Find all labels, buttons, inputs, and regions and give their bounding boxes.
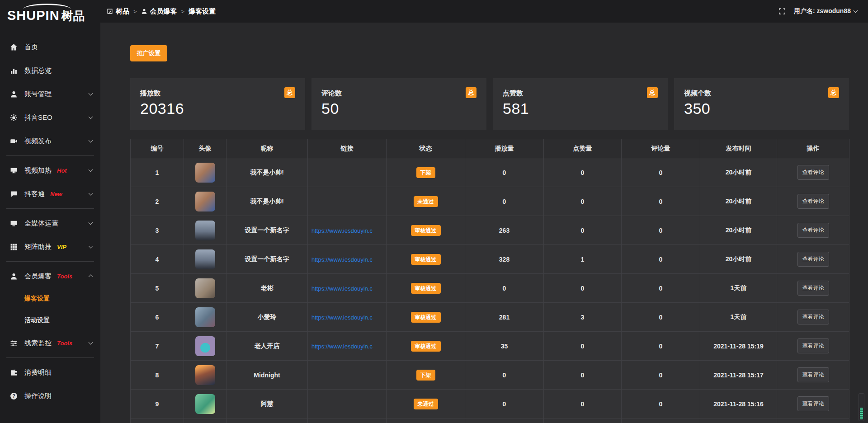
sidebar-item-video-4[interactable]: 视频发布: [0, 129, 100, 153]
video-link[interactable]: https://www.iesdouyin.c: [311, 285, 373, 292]
cell-nickname: 老彬: [226, 274, 308, 303]
status-badge: 未通过: [414, 196, 438, 207]
sidebar-item-question-12[interactable]: ? 操作说明: [0, 384, 100, 408]
sidebar-item-grid-8[interactable]: 矩阵助推 VIP: [0, 235, 100, 258]
cell-publish-time: [700, 418, 777, 423]
sidebar-item-label: 首页: [24, 43, 38, 52]
cell-id: 9: [131, 390, 184, 418]
sidebar-item-wallet-11[interactable]: 消费明细: [0, 361, 100, 384]
cell-id: 8: [131, 361, 184, 390]
cell-id: 3: [131, 216, 184, 245]
sidebar-item-chat-6[interactable]: 抖客通 New: [0, 182, 100, 206]
username-label: 用户名: zswodun88: [794, 7, 851, 15]
cell-comments: 0: [622, 361, 700, 390]
sliders-icon: [10, 339, 18, 347]
view-comments-button[interactable]: 查看评论: [797, 338, 829, 353]
sidebar-item-heat-5[interactable]: 视频加热 Hot: [0, 159, 100, 182]
status-badge: 审核通过: [411, 283, 441, 294]
sidebar-subitem-活动设置[interactable]: 活动设置: [0, 310, 100, 331]
avatar: [195, 394, 215, 414]
table-row: [131, 418, 849, 423]
view-comments-button[interactable]: 查看评论: [797, 396, 829, 411]
scroll-indicator-stripes: [860, 408, 863, 419]
view-comments-button[interactable]: 查看评论: [797, 194, 829, 209]
member-user-icon: [10, 273, 18, 280]
username-menu[interactable]: 用户名: zswodun88: [794, 7, 857, 15]
view-comments-button[interactable]: 查看评论: [797, 252, 829, 267]
chat-bubble-icon: [10, 190, 18, 198]
cell-id: 1: [131, 158, 184, 187]
cell-likes: 0: [544, 158, 622, 187]
breadcrumb-item-会员爆客[interactable]: 会员爆客: [141, 7, 177, 16]
chevron-down-icon: [89, 115, 93, 119]
sidebar-divider: [6, 261, 94, 262]
cell-publish-time: 20小时前: [700, 216, 777, 245]
video-link[interactable]: https://www.iesdouyin.c: [311, 343, 373, 350]
chevron-down-icon: [89, 340, 93, 345]
avatar: [195, 307, 215, 327]
view-comments-button[interactable]: 查看评论: [797, 223, 829, 238]
cell-nickname: 小爱玲: [226, 303, 308, 332]
cell-publish-time: 1天前: [700, 274, 777, 303]
sidebar-item-sliders-10[interactable]: 线索监控 Tools: [0, 331, 100, 355]
chevron-down-icon: [89, 168, 93, 172]
cell-comments: [622, 418, 700, 423]
sidebar-item-chart-1[interactable]: 数据总览: [0, 59, 100, 82]
stat-value: 350: [684, 100, 839, 118]
cell-comments: 0: [622, 390, 700, 418]
topbar-right: 用户名: zswodun88: [778, 7, 857, 15]
breadcrumb-separator: >: [181, 8, 185, 15]
column-header-昵称: 昵称: [226, 139, 308, 158]
chevron-down-icon: [89, 244, 93, 249]
scroll-indicator[interactable]: [859, 393, 864, 421]
breadcrumb-item-爆客设置[interactable]: 爆客设置: [189, 7, 216, 16]
view-comments-button[interactable]: 查看评论: [797, 310, 829, 324]
fullscreen-icon[interactable]: [778, 8, 786, 15]
sidebar-item-label: 消费明细: [24, 368, 52, 377]
person-icon: [141, 8, 147, 14]
avatar: [195, 365, 215, 385]
stat-total-badge: 总: [284, 87, 295, 98]
cell-comments: 0: [622, 216, 700, 245]
sidebar-item-label: 操作说明: [24, 392, 52, 400]
view-comments-button[interactable]: 查看评论: [797, 367, 829, 382]
stats-row: 播放数 总 20316 评论数 总 50 点赞数 总 581 视频个数 总 35…: [130, 78, 849, 130]
breadcrumb-item-树品[interactable]: 树品: [107, 7, 129, 16]
cell-id: 6: [131, 303, 184, 332]
logo-text-en: SHUPIN: [7, 8, 60, 23]
question-circle-icon: ?: [10, 392, 18, 400]
video-link[interactable]: https://www.iesdouyin.c: [311, 256, 373, 263]
chevron-down-icon: [89, 91, 93, 96]
cell-publish-time: 1天前: [700, 303, 777, 332]
cell-nickname: 我不是小帅!: [226, 187, 308, 216]
breadcrumb-separator: >: [133, 8, 137, 15]
stat-card-点赞数: 点赞数 总 581: [493, 78, 668, 130]
broadcast-table: 编号头像昵称链接状态播放量点赞量评论量发布时间操作 1 我不是小帅! 下架 0 …: [130, 139, 849, 423]
cell-id: 4: [131, 245, 184, 274]
cell-likes: 0: [544, 390, 622, 418]
sidebar-item-badge: New: [50, 191, 62, 197]
stat-value: 50: [321, 100, 476, 118]
sidebar-subitem-爆客设置[interactable]: 爆客设置: [0, 288, 100, 310]
view-comments-button[interactable]: 查看评论: [797, 165, 829, 180]
sidebar-item-home-0[interactable]: 首页: [0, 35, 100, 59]
cell-plays: 328: [465, 245, 544, 274]
promo-settings-button[interactable]: 推广设置: [130, 45, 167, 61]
sidebar-item-label: 数据总览: [24, 66, 52, 75]
cell-nickname: 设置一个新名字: [226, 216, 308, 245]
brand-logo[interactable]: SHUPIN树品: [0, 0, 100, 29]
video-link[interactable]: https://www.iesdouyin.c: [311, 314, 373, 321]
sidebar-item-monitor-7[interactable]: 全媒体运营: [0, 212, 100, 235]
column-header-头像: 头像: [184, 139, 226, 158]
sidebar-item-label: 视频发布: [24, 137, 52, 146]
stat-label: 播放数: [140, 87, 160, 98]
sidebar-item-member-9[interactable]: 会员爆客 Tools: [0, 264, 100, 288]
video-link[interactable]: https://www.iesdouyin.c: [311, 227, 373, 234]
sidebar-item-gear-3[interactable]: 抖音SEO: [0, 106, 100, 129]
app-square-icon: [107, 8, 113, 14]
avatar: [195, 221, 215, 240]
sidebar-item-user-2[interactable]: 账号管理: [0, 82, 100, 106]
view-comments-button[interactable]: 查看评论: [797, 281, 829, 296]
home-icon: [10, 43, 18, 51]
sidebar: SHUPIN树品 首页 数据总览 账号管理 抖音SEO 视频发布 视频加热 Ho…: [0, 0, 100, 423]
